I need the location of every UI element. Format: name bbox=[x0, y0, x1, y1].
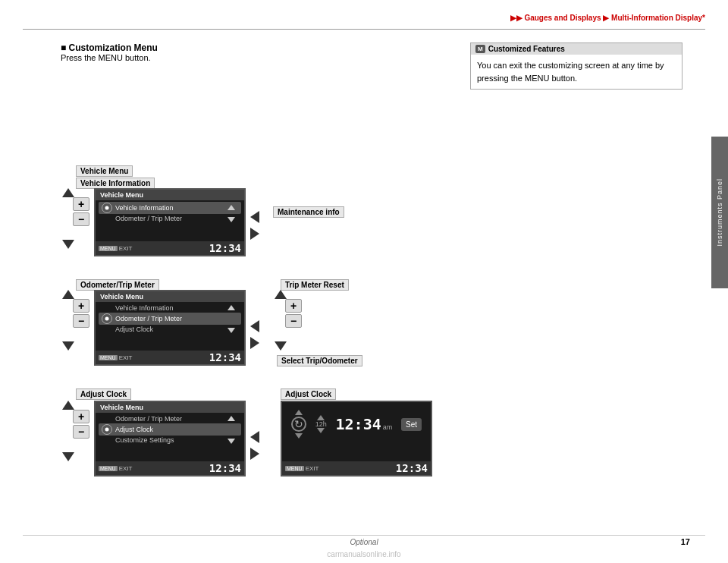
screen-footer-1: MENU EXIT 12:34 bbox=[96, 241, 244, 255]
section-title2: Press the MENU button. bbox=[61, 53, 158, 62]
clock-rotate-group: ↻ bbox=[291, 410, 306, 439]
clock-hour-group: 12h bbox=[315, 415, 327, 433]
menu-item-2-3: Adjust Clock bbox=[99, 325, 241, 334]
label-adjust-clock-right: Adjust Clock bbox=[281, 388, 336, 400]
plus-button-1[interactable]: + bbox=[73, 197, 89, 211]
info-box-title: Customized Features bbox=[488, 45, 565, 53]
menu-item-2-2: Odometer / Trip Meter bbox=[99, 313, 241, 325]
label-select-trip-odometer: Select Trip/Odometer bbox=[277, 355, 362, 366]
sidebar-tab: Instruments Panel bbox=[711, 137, 728, 288]
label-adjust-clock: Adjust Clock bbox=[76, 388, 131, 400]
left-arrow-3 bbox=[250, 431, 259, 443]
menu-item-1-2: Odometer / Trip Meter bbox=[99, 214, 241, 223]
menu-item-3-3: Customize Settings bbox=[99, 436, 241, 445]
info-box-header: M Customized Features bbox=[471, 43, 682, 55]
label-vehicle-menu-1: Vehicle Menu bbox=[76, 165, 133, 177]
section-header: ■ Customization Menu Press the MENU butt… bbox=[61, 42, 158, 62]
minus-button-2r[interactable]: − bbox=[285, 314, 302, 328]
hour-down bbox=[317, 428, 325, 433]
plus-minus-2r: + − bbox=[285, 299, 302, 328]
clock-time-value: 12:34 bbox=[336, 415, 381, 433]
info-box-body: You can exit the customizing screen at a… bbox=[471, 55, 682, 89]
sel-icon-1 bbox=[102, 203, 112, 213]
info-box: M Customized Features You can exit the c… bbox=[470, 42, 682, 90]
screen-footer-3: MENU EXIT 12:34 bbox=[96, 461, 244, 475]
header-divider bbox=[23, 29, 705, 30]
hour-up bbox=[317, 415, 325, 420]
right-arrow-2 bbox=[250, 337, 259, 349]
sel-icon-3 bbox=[102, 424, 112, 435]
up-arrow-2 bbox=[62, 290, 74, 299]
page-footer-label: Optional bbox=[350, 538, 378, 546]
screen-title-3: Vehicle Menu bbox=[96, 402, 244, 413]
clock-time-group: 12:34 am bbox=[336, 415, 393, 433]
left-arrow-1 bbox=[250, 211, 259, 223]
left-arrow-2 bbox=[250, 320, 259, 332]
menu-item-1-1: Vehicle Information bbox=[99, 202, 241, 214]
label-maintenance-info: Maintenance info bbox=[273, 206, 344, 218]
label-odometer-trip: Odometer/Trip Meter bbox=[76, 279, 159, 291]
clock-up-arrow bbox=[295, 410, 303, 415]
sel-icon-2 bbox=[102, 313, 112, 324]
menu-item-3-2: Adjust Clock bbox=[99, 423, 241, 436]
down-arrow-2 bbox=[62, 341, 74, 351]
screen-items-1: Vehicle Information Odometer / Trip Mete… bbox=[96, 200, 244, 225]
plus-button-2[interactable]: + bbox=[73, 299, 89, 313]
page-number: 17 bbox=[681, 537, 690, 546]
plus-minus-1: + − bbox=[73, 197, 89, 226]
screen-vehicle-menu-1: Vehicle Menu Vehicle Information Odomete… bbox=[94, 188, 246, 256]
plus-button-2r[interactable]: + bbox=[285, 299, 302, 313]
screen-adjust-clock-right: ↻ 12h 12:34 am Set MENU EXIT 12:34 bbox=[281, 401, 432, 477]
screen-vehicle-menu-3: Vehicle Menu Odometer / Trip Meter Adjus… bbox=[94, 401, 246, 477]
plus-minus-3: + − bbox=[73, 410, 89, 439]
lr-arrows-1 bbox=[250, 211, 259, 240]
minus-button-3[interactable]: − bbox=[73, 425, 89, 439]
label-vehicle-info: Vehicle Information bbox=[76, 178, 155, 189]
screen-vehicle-menu-2: Vehicle Menu Vehicle Information Odomete… bbox=[94, 290, 246, 366]
clock-dial-icon: ↻ bbox=[291, 417, 306, 432]
watermark: carmanualsonline.info bbox=[327, 550, 400, 558]
clock-ampm: am bbox=[383, 423, 393, 431]
lr-arrows-3 bbox=[250, 431, 259, 460]
screen-footer-3r: MENU EXIT 12:34 bbox=[282, 461, 431, 475]
down-arrow-2r bbox=[275, 341, 287, 351]
minus-button-1[interactable]: − bbox=[73, 212, 89, 226]
clock-down-arrow bbox=[295, 433, 303, 439]
screen-footer-2: MENU EXIT 12:34 bbox=[96, 351, 244, 364]
section-title1: ■ Customization Menu bbox=[61, 42, 158, 53]
plus-button-3[interactable]: + bbox=[73, 410, 89, 423]
clock-hour-label: 12h bbox=[315, 420, 327, 428]
adjust-clock-body: ↻ 12h 12:34 am Set bbox=[282, 402, 431, 442]
screen-title-2: Vehicle Menu bbox=[96, 291, 244, 302]
up-arrow-3 bbox=[62, 401, 74, 410]
down-arrow-1 bbox=[62, 240, 74, 249]
right-arrow-3 bbox=[250, 448, 259, 460]
down-arrow-3 bbox=[62, 452, 74, 461]
right-arrow-1 bbox=[250, 228, 259, 240]
footer-divider bbox=[23, 535, 705, 536]
screen-title-1: Vehicle Menu bbox=[96, 190, 244, 200]
info-icon: M bbox=[475, 45, 485, 53]
menu-item-2-1: Vehicle Information bbox=[99, 304, 241, 313]
minus-button-2[interactable]: − bbox=[73, 314, 89, 328]
plus-minus-2: + − bbox=[73, 299, 89, 328]
clock-time-display: 12:34 am bbox=[336, 415, 393, 433]
up-arrow-2r bbox=[275, 290, 287, 299]
label-trip-meter-reset: Trip Meter Reset bbox=[281, 279, 349, 291]
breadcrumb: ▶▶ Gauges and Displays ▶ Multi-Informati… bbox=[510, 14, 705, 22]
screen-items-2: Vehicle Information Odometer / Trip Mete… bbox=[96, 302, 244, 335]
up-arrow-1 bbox=[62, 188, 74, 197]
set-button[interactable]: Set bbox=[401, 418, 422, 431]
lr-arrows-2 bbox=[250, 320, 259, 349]
screen-items-3: Odometer / Trip Meter Adjust Clock Custo… bbox=[96, 413, 244, 446]
sidebar-tab-label: Instruments Panel bbox=[716, 178, 723, 247]
menu-item-3-1: Odometer / Trip Meter bbox=[99, 414, 241, 423]
